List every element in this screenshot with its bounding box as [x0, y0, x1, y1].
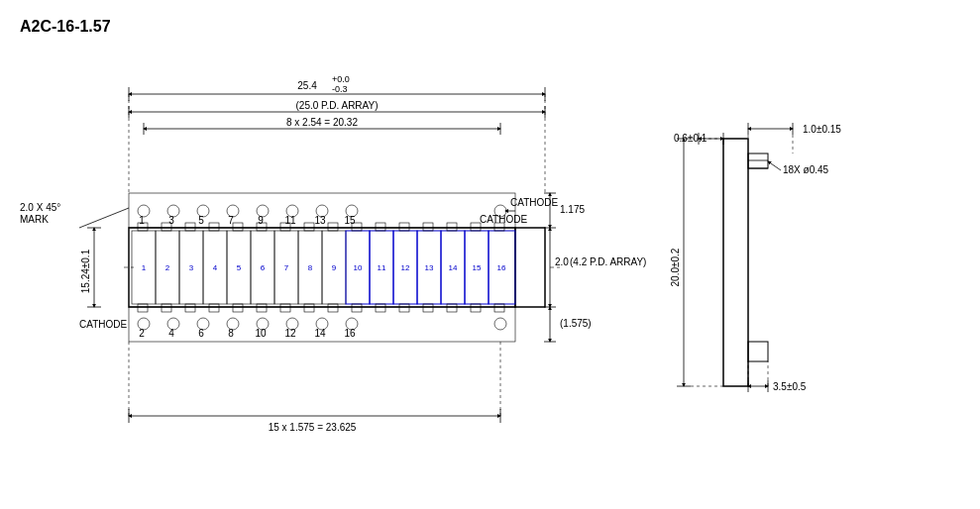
svg-text:8: 8 [228, 328, 234, 339]
svg-point-30 [494, 318, 506, 330]
svg-text:+0.0: +0.0 [332, 74, 350, 84]
svg-text:15: 15 [473, 263, 482, 272]
svg-text:1.0±0.15: 1.0±0.15 [803, 124, 841, 135]
svg-text:10: 10 [255, 328, 267, 339]
svg-text:9: 9 [258, 215, 264, 226]
svg-text:5: 5 [198, 215, 204, 226]
svg-rect-74 [185, 223, 195, 231]
svg-text:(25.0 P.D. ARRAY): (25.0 P.D. ARRAY) [296, 100, 379, 111]
svg-rect-90 [185, 304, 195, 312]
svg-rect-3 [515, 228, 545, 307]
svg-rect-97 [352, 304, 362, 312]
svg-text:9: 9 [332, 263, 337, 272]
svg-rect-84 [423, 223, 433, 231]
svg-text:2: 2 [139, 328, 145, 339]
svg-text:8  x  2.54  =  20.32: 8 x 2.54 = 20.32 [286, 117, 358, 128]
svg-rect-75 [209, 223, 219, 231]
svg-text:2.0 X 45°: 2.0 X 45° [20, 202, 60, 213]
svg-text:1: 1 [139, 215, 145, 226]
svg-text:20.0±0.2: 20.0±0.2 [670, 248, 681, 286]
svg-text:7: 7 [228, 215, 234, 226]
svg-text:25.4: 25.4 [297, 80, 317, 91]
svg-rect-93 [257, 304, 267, 312]
svg-text:6: 6 [198, 328, 204, 339]
svg-text:8: 8 [308, 263, 313, 272]
svg-rect-88 [138, 304, 148, 312]
svg-text:5: 5 [237, 263, 242, 272]
svg-text:12: 12 [401, 263, 410, 272]
svg-rect-76 [233, 223, 243, 231]
svg-rect-80 [328, 223, 338, 231]
svg-rect-94 [280, 304, 290, 312]
svg-text:-0.3: -0.3 [332, 84, 348, 94]
svg-rect-99 [399, 304, 409, 312]
svg-line-162 [768, 161, 781, 170]
svg-text:15.24±0.1: 15.24±0.1 [80, 249, 91, 293]
svg-rect-100 [423, 304, 433, 312]
svg-text:4: 4 [168, 328, 174, 339]
svg-text:(4.2 P.D. ARRAY): (4.2 P.D. ARRAY) [570, 256, 646, 267]
svg-text:7: 7 [284, 263, 289, 272]
svg-rect-83 [399, 223, 409, 231]
svg-text:16: 16 [344, 328, 356, 339]
svg-text:12: 12 [284, 328, 296, 339]
svg-text:16: 16 [497, 263, 506, 272]
svg-text:MARK: MARK [20, 214, 49, 225]
svg-rect-85 [447, 223, 457, 231]
svg-text:3.5±0.5: 3.5±0.5 [773, 381, 807, 392]
svg-rect-92 [233, 304, 243, 312]
svg-text:14: 14 [314, 328, 326, 339]
svg-text:6: 6 [261, 263, 266, 272]
page: A2C-16-1.57 .dim-line { stroke: #000; st… [0, 0, 980, 509]
svg-text:3: 3 [189, 263, 194, 272]
svg-rect-149 [748, 153, 768, 168]
svg-rect-82 [376, 223, 385, 231]
svg-text:10: 10 [354, 263, 363, 272]
svg-rect-98 [376, 304, 385, 312]
svg-text:CATHODE: CATHODE [79, 319, 127, 330]
svg-rect-95 [304, 304, 314, 312]
svg-text:11: 11 [378, 263, 386, 272]
svg-text:14: 14 [449, 263, 458, 272]
svg-text:0.6±0.1: 0.6±0.1 [674, 133, 708, 144]
svg-rect-79 [304, 223, 314, 231]
svg-rect-150 [748, 342, 768, 361]
svg-text:2.0: 2.0 [555, 256, 569, 267]
svg-rect-102 [471, 304, 481, 312]
svg-text:15  x  1.575  =  23.625: 15 x 1.575 = 23.625 [269, 422, 357, 433]
svg-text:13: 13 [425, 263, 434, 272]
svg-text:CATHODE: CATHODE [510, 197, 558, 208]
svg-rect-103 [494, 304, 504, 312]
svg-rect-89 [162, 304, 171, 312]
svg-text:1.175: 1.175 [560, 204, 585, 215]
svg-text:4: 4 [213, 263, 218, 272]
svg-text:CATHODE: CATHODE [480, 214, 527, 225]
svg-text:13: 13 [314, 215, 326, 226]
svg-rect-96 [328, 304, 338, 312]
svg-rect-148 [723, 139, 748, 386]
svg-rect-91 [209, 304, 219, 312]
svg-text:(1.575): (1.575) [560, 318, 592, 329]
svg-text:2: 2 [165, 263, 170, 272]
svg-text:15: 15 [344, 215, 356, 226]
svg-text:18X ø0.45: 18X ø0.45 [783, 164, 829, 175]
svg-rect-101 [447, 304, 457, 312]
svg-text:1: 1 [142, 263, 147, 272]
svg-line-126 [79, 208, 129, 228]
